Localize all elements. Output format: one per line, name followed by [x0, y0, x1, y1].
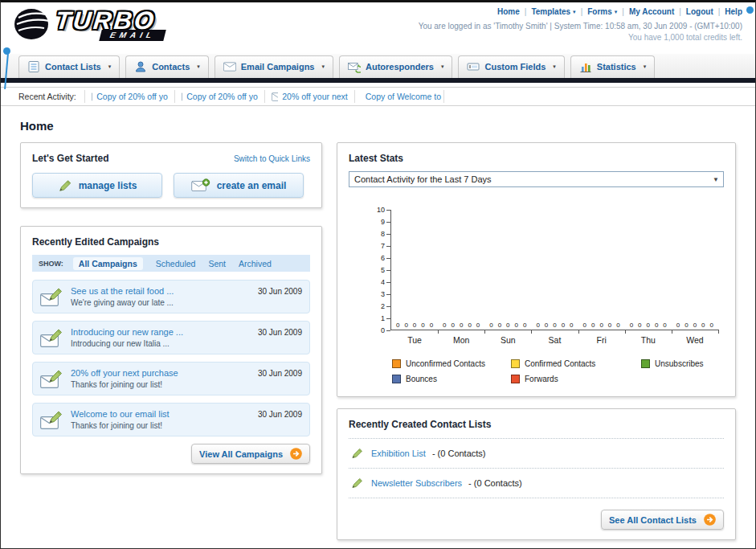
nav-tab-contact-lists[interactable]: Contact Lists ▾ [18, 55, 120, 78]
y-tick-8: 8 [372, 230, 390, 238]
tab-archived[interactable]: Archived [239, 259, 272, 268]
campaign-subtitle: Thanks for joining our list! [71, 421, 251, 430]
tab-sent[interactable]: Sent [208, 259, 226, 268]
campaign-item[interactable]: Introducing our new range ... Introducin… [32, 321, 310, 354]
recent-activity-item[interactable]: 20% off your next [264, 90, 354, 103]
envelope-pencil-icon [40, 368, 64, 389]
tab-all-campaigns[interactable]: All Campaigns [73, 257, 143, 270]
get-started-title: Let's Get Started [32, 153, 109, 164]
bars-tue [391, 210, 438, 330]
legend-item: Confirmed Contacts [511, 359, 641, 368]
x-label-tue: Tue [391, 335, 438, 345]
manage-lists-button[interactable]: manage lists [32, 173, 162, 198]
contact-list-item[interactable]: Newsletter Subscribers - (0 Contacts) [349, 469, 724, 498]
main-content: Home Let's Get Started Switch to Quick L… [1, 106, 755, 549]
legend-swatch [641, 359, 650, 368]
y-tick-4: 4 [372, 278, 390, 286]
pencil-icon [58, 178, 72, 193]
recent-activity-item[interactable]: Copy of 20% off yo [174, 90, 264, 103]
nav-tab-autoresponders[interactable]: Autoresponders ▾ [339, 55, 452, 78]
chevron-down-icon: ▾ [553, 64, 556, 70]
show-label: SHOW: [39, 260, 63, 268]
app-window: TURBO EMAIL Home ▾ Templates ▾ [0, 0, 756, 549]
campaign-title[interactable]: Welcome to our email list [71, 409, 251, 419]
campaign-subtitle: Thanks for joining our list! [71, 380, 251, 389]
top-link-logout[interactable]: Logout ▾ [674, 7, 713, 16]
campaign-item[interactable]: 20% off your next purchase Thanks for jo… [32, 362, 310, 395]
switch-quick-links-link[interactable]: Switch to Quick Links [234, 154, 310, 163]
nav-tabs: Contact Lists ▾ Contacts ▾ Email Campaig… [18, 55, 655, 78]
campaign-subtitle: We're giving away our late ... [71, 298, 251, 307]
campaign-item[interactable]: See us at the retail food ... We're givi… [32, 280, 310, 313]
top-link-my-account[interactable]: My Account ▾ [617, 7, 674, 16]
tab-scheduled[interactable]: Scheduled [156, 259, 196, 268]
page-title: Home [20, 119, 736, 133]
bar-values-sat: 00000 [531, 322, 578, 329]
recent-activity-items: Copy of 20% off yo Copy of 20% off yo 20… [84, 88, 444, 105]
campaign-title[interactable]: 20% off your next purchase [71, 368, 251, 378]
y-tick-9: 9 [372, 218, 390, 226]
recent-activity-bar: Recent Activity: Copy of 20% off yo Copy… [1, 87, 755, 106]
nav-tab-contacts[interactable]: Contacts ▾ [125, 55, 209, 78]
top-link-help[interactable]: Help ▾ [713, 7, 742, 16]
nav-tab-statistics[interactable]: Statistics ▾ [570, 55, 655, 78]
session-info: You are logged in as 'Timothy Smith' | S… [419, 22, 742, 31]
x-label-sun: Sun [484, 335, 531, 345]
pencil-icon [350, 447, 365, 460]
nav-tab-email-campaigns[interactable]: Email Campaigns ▾ [215, 55, 333, 78]
y-tick-1: 1 [372, 314, 390, 322]
recent-contact-lists-title: Recently Created Contact Lists [349, 419, 724, 430]
x-label-thu: Thu [625, 335, 672, 345]
bars-sun [484, 210, 531, 330]
chart-group-tue: 00000Tue [391, 210, 438, 330]
contacts-icon [134, 60, 147, 73]
recent-activity-item[interactable]: Copy of Welcome to [354, 90, 444, 103]
legend-item: Bounces [392, 375, 511, 383]
top-link-forms[interactable]: Forms ▾ [576, 7, 618, 16]
campaign-title[interactable]: Introducing our new range ... [71, 327, 251, 337]
contact-list-count: - (0 Contacts) [468, 478, 522, 488]
chevron-down-icon: ▾ [321, 64, 325, 70]
y-tick-5: 5 [372, 266, 390, 274]
campaign-title[interactable]: See us at the retail food ... [71, 286, 251, 296]
y-tick-6: 6 [372, 254, 390, 262]
legend-item: Forwards [511, 375, 641, 383]
contact-list-name[interactable]: Newsletter Subscribers [371, 478, 462, 488]
chart-group-thu: 00000Thu [625, 210, 672, 330]
header-right: Home ▾ Templates ▾ Forms ▾ My Accou [419, 7, 742, 42]
bar-values-tue: 00000 [391, 322, 438, 329]
chart-groups: 00000Tue00000Mon00000Sun00000Sat00000Fri… [391, 210, 718, 330]
view-all-campaigns-button[interactable]: View All Campaigns [191, 444, 310, 464]
campaign-filter-tabs: All Campaigns Scheduled Sent Archived [73, 257, 272, 270]
contact-list-items: Exhibition List - (0 Contacts) Newslette… [349, 438, 724, 498]
bars-mon [438, 210, 484, 330]
x-label-sat: Sat [531, 335, 578, 345]
logo-subtitle: EMAIL [99, 30, 166, 41]
contact-list-name[interactable]: Exhibition List [371, 449, 426, 458]
see-all-contact-lists-button[interactable]: See All Contact Lists [601, 510, 724, 530]
nav-tab-custom-fields[interactable]: Custom Fields ▾ [458, 55, 564, 78]
logo[interactable]: TURBO EMAIL [14, 6, 165, 41]
chart-group-sat: 00000Sat [531, 210, 578, 330]
recent-activity-item[interactable]: Copy of 20% off yo [84, 90, 174, 103]
legend-item: Unsubscribes [641, 359, 724, 368]
top-link-templates[interactable]: Templates ▾ [520, 7, 576, 16]
envelope-icon [182, 92, 182, 101]
top-link-home[interactable]: Home ▾ [497, 7, 520, 16]
contact-list-item[interactable]: Exhibition List - (0 Contacts) [349, 439, 724, 469]
legend-swatch [392, 359, 401, 368]
chart-y-axis: 012345678910 [370, 210, 390, 330]
chart-group-fri: 00000Fri [578, 210, 625, 330]
campaign-date: 30 Jun 2009 [258, 410, 302, 419]
campaign-item[interactable]: Welcome to our email list Thanks for joi… [32, 403, 310, 436]
chevron-down-icon: ▾ [441, 64, 444, 70]
latest-stats-title: Latest Stats [349, 153, 724, 164]
chart-group-sun: 00000Sun [484, 210, 531, 330]
chevron-down-icon: ▾ [108, 64, 112, 70]
stats-period-select[interactable]: Contact Activity for the Last 7 Days ▼ [349, 171, 724, 187]
pencil-icon [350, 477, 365, 490]
create-email-button[interactable]: create an email [174, 173, 304, 198]
bars-fri [578, 210, 625, 330]
recent-campaigns-title: Recently Edited Campaigns [32, 236, 310, 248]
bar-values-fri: 00000 [578, 322, 625, 329]
